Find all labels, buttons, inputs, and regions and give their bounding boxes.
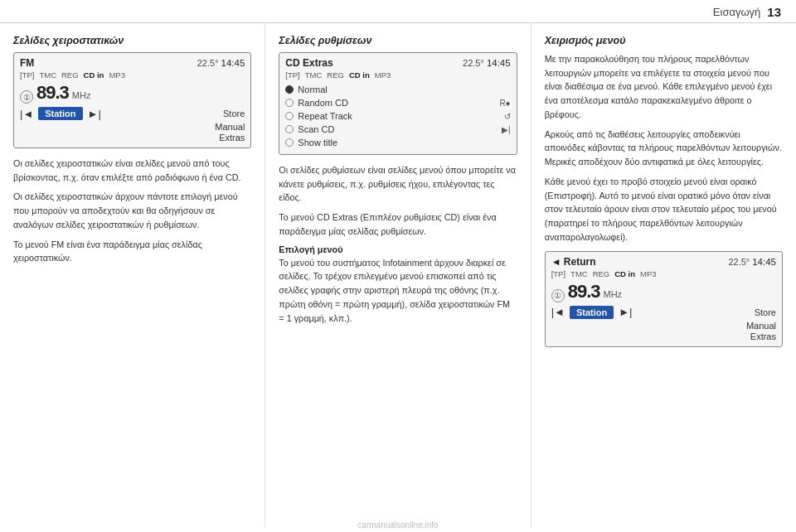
return-tag-tp: [TP] [551, 269, 565, 278]
fm-menu-manual[interactable]: Manual [215, 122, 245, 132]
return-station-btn[interactable]: Station [570, 306, 614, 319]
cd-icon-random: R● [499, 99, 510, 108]
fm-tag-cdin: CD in [84, 70, 104, 80]
col2-subheading: Επιλογή μενού [279, 244, 517, 254]
fm-prev-btn[interactable]: |◄ [20, 108, 33, 120]
main-content: Σελίδες χειροστατικών FM 22.5° 14:45 [TP… [0, 23, 796, 527]
return-controls: |◄ Station ►| Store [551, 306, 776, 319]
fm-station-btn[interactable]: Station [38, 107, 82, 120]
fm-freq: 89.3 [36, 82, 69, 104]
fm-menu-extras[interactable]: Extras [219, 133, 245, 143]
return-temp: 22.5° [728, 257, 750, 267]
page-number: 13 [767, 5, 781, 19]
return-tags: [TP] TMC REG CD in MP3 [551, 269, 776, 278]
return-source-label: ◄ Return [551, 256, 596, 268]
fm-tag-tmc: TMC [39, 70, 56, 80]
cd-radio-normal [285, 85, 294, 94]
return-time: 14:45 [752, 257, 776, 267]
fm-tags: [TP] TMC REG CD in MP3 [20, 70, 245, 80]
cd-temp: 22.5° [463, 58, 484, 68]
cd-label-random: Random CD [298, 98, 495, 108]
return-next-btn[interactable]: ►| [619, 306, 632, 318]
return-tag-cdin: CD in [614, 269, 635, 278]
cd-label-showtitle: Show title [298, 138, 506, 148]
col2: Σελίδες ρυθμίσεων CD Extras 22.5° 14:45 … [265, 23, 531, 527]
return-circle: ① [551, 289, 565, 302]
cd-radio-random [285, 99, 294, 107]
return-freq-row: ① 89.3 MHz [551, 281, 776, 302]
col3-para1: Με την παρακολούθηση του πλήρους παρελθό… [545, 52, 783, 122]
cd-label-normal: Normal [298, 85, 506, 94]
fm-store-label: Store [223, 109, 245, 118]
return-tag-reg: REG [593, 269, 610, 278]
return-tag-tmc: TMC [570, 269, 588, 278]
fm-display: FM 22.5° 14:45 [TP] TMC REG CD in MP3 ① … [13, 52, 251, 148]
fm-controls: |◄ Station ►| Store [20, 107, 245, 120]
col2-para1: Οι σελίδες ρυθμίσεων είναι σελίδες μενού… [279, 163, 517, 205]
cd-menu-list: Normal Random CD R● Repeat Track ↺ Scan … [285, 83, 510, 149]
page-header: Εισαγωγή 13 [0, 0, 796, 23]
cd-menu-scan[interactable]: Scan CD ▶| [285, 123, 510, 136]
cd-tags: [TP] TMC REG CD in MP3 [285, 70, 510, 80]
watermark: carmanualsonline.info [0, 518, 796, 532]
col3-para2: Αρκούς από τις διαθέσεις λειτουρ­γίες απ… [545, 128, 783, 169]
fm-source-label: FM [20, 57, 34, 69]
fm-freq-row: ① 89.3 MHz [20, 82, 245, 104]
col2-heading: Σελίδες ρυθμίσεων [279, 35, 517, 46]
fm-circle: ① [20, 90, 33, 104]
cd-radio-repeat [285, 112, 294, 120]
col3: Χειρισμός μενού Με την παρακολούθηση του… [531, 23, 796, 527]
cd-menu-random[interactable]: Random CD R● [285, 96, 510, 109]
col1: Σελίδες χειροστατικών FM 22.5° 14:45 [TP… [0, 23, 265, 527]
cd-tag-cdin: CD in [349, 70, 370, 80]
fm-freq-unit: MHz [72, 90, 91, 100]
return-menu-items: Manual Extras [551, 321, 776, 341]
cd-icon-repeat: ↺ [504, 112, 511, 121]
return-display: ◄ Return 22.5° 14:45 [TP] TMC REG CD in … [545, 251, 783, 347]
col1-para2: Οι σελίδες χειροστατικών άρχουν πάντοτε … [13, 190, 251, 231]
cd-tag-mp3: MP3 [375, 70, 391, 80]
col3-para3: Κάθε μενού έχει το προβό στοιχείο μενού … [545, 175, 783, 244]
page-title: Εισαγωγή [713, 6, 760, 18]
col2-sub-paragraph: Το μενού του συστήματος Infotainment άρχ… [279, 256, 517, 326]
cd-time: 14:45 [487, 58, 511, 68]
return-freq-unit: MHz [603, 289, 622, 299]
cd-display-top-row: CD Extras 22.5° 14:45 [285, 57, 510, 69]
fm-time: 14:45 [221, 58, 245, 68]
return-menu-manual[interactable]: Manual [746, 321, 776, 331]
cd-tag-tmc: TMC [305, 70, 323, 80]
col2-para2: Το μενού CD Extras (Επιπλέον ρυθμίσεις C… [279, 210, 517, 238]
cd-menu-repeat[interactable]: Repeat Track ↺ [285, 109, 510, 123]
col1-para1: Οι σελίδες χειροστατικών είναι σε­λίδες … [13, 157, 251, 184]
fm-display-top-row: FM 22.5° 14:45 [20, 57, 245, 69]
col3-heading: Χειρισμός μενού [545, 35, 783, 46]
cd-radio-showtitle [285, 138, 294, 147]
fm-next-btn[interactable]: ►| [88, 108, 101, 120]
cd-tag-reg: REG [327, 70, 344, 80]
cd-tag-tp: [TP] [285, 70, 299, 80]
cd-display: CD Extras 22.5° 14:45 [TP] TMC REG CD in… [279, 52, 517, 155]
col1-heading: Σελίδες χειροστατικών [13, 35, 251, 46]
cd-label-repeat: Repeat Track [298, 111, 499, 121]
cd-source-label: CD Extras [285, 57, 332, 69]
return-tag-mp3: MP3 [640, 269, 657, 278]
return-store-label: Store [755, 307, 776, 317]
fm-tag-reg: REG [61, 70, 79, 80]
fm-temp: 22.5° [197, 58, 219, 68]
col1-para3: Το μενού FM είναι ένα παράδειγμα μίας σε… [13, 238, 251, 265]
cd-icon-scan: ▶| [502, 125, 511, 134]
cd-menu-normal[interactable]: Normal [285, 83, 510, 96]
cd-radio-scan [285, 125, 294, 133]
return-prev-btn[interactable]: |◄ [551, 306, 565, 318]
fm-menu-items: Manual Extras [20, 122, 245, 143]
cd-menu-showtitle[interactable]: Show title [285, 136, 510, 149]
return-menu-extras[interactable]: Extras [750, 331, 776, 341]
return-freq: 89.3 [568, 281, 600, 302]
fm-tag-tp: [TP] [20, 70, 34, 80]
fm-tag-mp3: MP3 [109, 70, 125, 80]
return-display-top-row: ◄ Return 22.5° 14:45 [551, 256, 776, 268]
cd-label-scan: Scan CD [298, 124, 498, 134]
